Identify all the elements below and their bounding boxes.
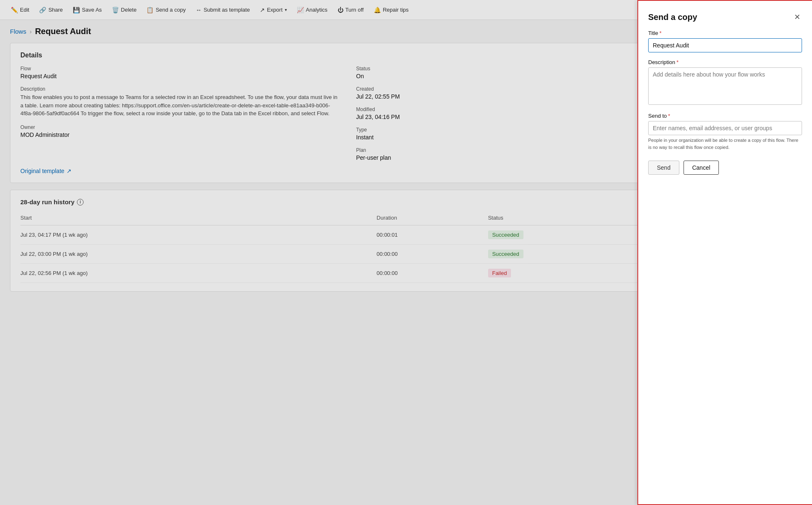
send-button[interactable]: Send: [648, 161, 679, 175]
send-to-input[interactable]: [648, 121, 802, 135]
title-input[interactable]: [648, 38, 802, 52]
panel-close-button[interactable]: ✕: [792, 11, 802, 23]
cancel-button[interactable]: Cancel: [684, 161, 719, 175]
description-required-star: *: [676, 59, 679, 65]
title-required-star: *: [659, 30, 661, 36]
panel-header: Send a copy ✕: [648, 11, 802, 23]
modal-overlay: Send a copy ✕ Title * Description * Send…: [0, 0, 812, 505]
description-field-group: Description *: [648, 59, 802, 106]
send-to-field-label: Send to *: [648, 113, 802, 119]
title-field-label: Title *: [648, 30, 802, 36]
title-field-group: Title *: [648, 30, 802, 52]
send-to-note: People in your organization will be able…: [648, 137, 802, 151]
send-to-field-group: Send to * People in your organization wi…: [648, 113, 802, 151]
panel-actions: Send Cancel: [648, 161, 802, 175]
send-to-required-star: *: [668, 113, 670, 119]
description-field-label: Description *: [648, 59, 802, 65]
panel-title: Send a copy: [648, 12, 697, 22]
description-textarea[interactable]: [648, 67, 802, 105]
send-copy-panel: Send a copy ✕ Title * Description * Send…: [637, 0, 812, 505]
